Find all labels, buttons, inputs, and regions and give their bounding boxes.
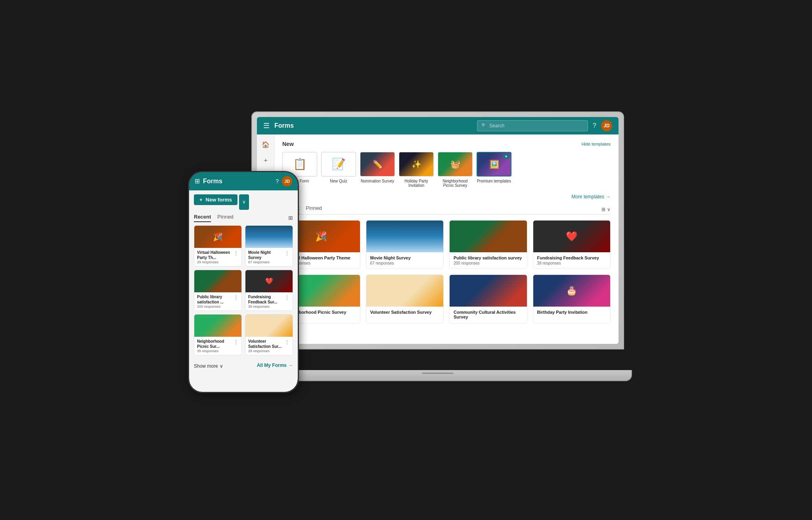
- phone-card-info-library: Public library satisfaction ... 200 resp…: [197, 294, 233, 309]
- phone-card-movie[interactable]: Movie Night Survey 67 responses ⋮: [245, 225, 293, 267]
- laptop-app-title: Forms: [274, 122, 472, 129]
- more-templates-label: More templates: [571, 194, 604, 200]
- phone-card-menu-volunteer[interactable]: ⋮: [284, 339, 290, 345]
- new-quiz-label: New Quiz: [330, 179, 347, 183]
- form-card-birthday[interactable]: 🎂 Birthday Party Invitation: [533, 274, 611, 324]
- form-title-volunteer: Volunteer Satisfaction Survey: [370, 310, 440, 315]
- laptop-main: 🏠 ＋ 📈 New Hide templates: [257, 134, 619, 344]
- phone-card-menu-library[interactable]: ⋮: [233, 294, 239, 301]
- phone-card-info-fundraising: Fundraising Feedback Sur... 39 responses: [248, 294, 284, 309]
- arrow-right-icon: →: [288, 363, 293, 368]
- form-card-library[interactable]: Public library satisfaction survey 200 r…: [449, 220, 527, 269]
- menu-icon[interactable]: ☰: [263, 121, 270, 130]
- laptop-search-box[interactable]: 🔍 Search: [477, 120, 588, 131]
- phone-new-dropdown-button[interactable]: ∨: [239, 194, 249, 210]
- phone-card-library[interactable]: Public library satisfaction ... 200 resp…: [194, 270, 242, 311]
- phone-form-responses-halloween: 29 responses: [197, 260, 233, 264]
- phone-header-icons: ? JD: [276, 176, 292, 186]
- show-more-label: Show more: [194, 363, 218, 369]
- birthday-art: 🎂: [566, 286, 577, 296]
- phone-form-responses-library: 200 responses: [197, 305, 233, 309]
- new-forms-label: New forms: [206, 197, 232, 203]
- nomination-icon-box: ✏️: [360, 152, 395, 177]
- all-my-forms-link[interactable]: All My Forms →: [257, 363, 293, 368]
- phone-card-menu-movie[interactable]: ⋮: [284, 250, 290, 256]
- phone-screen: ⊞ Forms ? JD + New forms ∨: [189, 172, 298, 392]
- form-title-community: Community Cultural Activities Survey: [454, 310, 523, 319]
- nomination-art-icon: ✏️: [373, 159, 383, 169]
- phone-card-volunteer[interactable]: Volunteer Satisfaction Sur... 28 respons…: [245, 314, 293, 355]
- phone-card-menu-picnic[interactable]: ⋮: [233, 339, 239, 345]
- header-icons: ? JD: [593, 120, 612, 131]
- form-responses-movie: 67 responses: [370, 261, 440, 265]
- form-card-body-fundraising: Fundraising Feedback Survey 39 responses: [533, 252, 611, 269]
- forms-grid: 🎉 Virtual Halloween Party Theme 29 respo…: [282, 220, 611, 324]
- hide-templates-button[interactable]: Hide templates: [582, 142, 611, 146]
- template-nomination[interactable]: ✏️ Nomination Survey: [360, 152, 395, 188]
- halloween-art: 🎉: [315, 231, 327, 242]
- form-card-body-library: Public library satisfaction survey 200 r…: [450, 252, 527, 269]
- laptop-body: ☰ Forms 🔍 Search ? JD 🏠: [251, 111, 624, 349]
- template-neighborhood[interactable]: 🧺 Neighborhood Picnic Survey: [438, 152, 473, 188]
- phone-heart-art: ❤️: [265, 277, 273, 285]
- phone-help-icon[interactable]: ?: [276, 178, 279, 184]
- template-new-quiz[interactable]: 📝 New Quiz: [321, 152, 356, 188]
- form-card-img-fundraising: ❤️: [533, 221, 611, 252]
- phone-card-body-movie: Movie Night Survey 67 responses ⋮: [245, 248, 293, 266]
- neighborhood-art-icon: 🧺: [450, 159, 460, 169]
- phone-card-picnic[interactable]: Neighborhood Picnic Sur... 35 responses …: [194, 314, 242, 355]
- new-quiz-icon-box: 📝: [321, 152, 356, 177]
- template-premium[interactable]: 🖼️ ★ Premium templates: [477, 152, 511, 188]
- tab-pinned[interactable]: Pinned: [306, 205, 322, 214]
- phone-card-menu-halloween[interactable]: ⋮: [233, 250, 239, 256]
- new-section-title: New: [282, 141, 294, 147]
- view-toggle[interactable]: ⊞ ∨: [601, 207, 611, 212]
- phone-list-row-2: Public library satisfaction ... 200 resp…: [194, 270, 293, 311]
- sidebar-home-icon[interactable]: 🏠: [259, 138, 272, 151]
- phone-tab-recent[interactable]: Recent: [194, 214, 211, 222]
- phone-card-info-movie: Movie Night Survey 67 responses: [248, 250, 284, 264]
- phone-form-title-library: Public library satisfaction ...: [197, 294, 233, 305]
- phone-card-menu-fundraising[interactable]: ⋮: [284, 294, 290, 301]
- phone-form-title-picnic: Neighborhood Picnic Sur...: [197, 339, 233, 349]
- laptop-header: ☰ Forms 🔍 Search ? JD: [257, 117, 619, 134]
- nomination-label: Nomination Survey: [361, 179, 394, 183]
- phone-form-responses-volunteer: 28 responses: [248, 349, 284, 353]
- phone-form-title-fundraising: Fundraising Feedback Sur...: [248, 294, 284, 305]
- phone-form-title-volunteer: Volunteer Satisfaction Sur...: [248, 339, 284, 349]
- phone-apps-icon[interactable]: ⊞: [195, 177, 200, 185]
- show-more-button[interactable]: Show more ∨: [194, 363, 223, 369]
- phone-tab-pinned[interactable]: Pinned: [217, 214, 233, 222]
- templates-section-header: New Hide templates: [282, 141, 611, 147]
- laptop-base: [243, 370, 632, 381]
- phone-card-body-library: Public library satisfaction ... 200 resp…: [194, 292, 241, 311]
- help-icon[interactable]: ?: [593, 122, 596, 129]
- phone-content: + New forms ∨ Recent Pinned ⊞: [189, 190, 298, 392]
- phone-app-title: Forms: [203, 178, 272, 185]
- phone-card-img-picnic: [194, 315, 241, 337]
- phone-new-forms-button[interactable]: + New forms: [194, 194, 237, 205]
- form-card-fundraising[interactable]: ❤️ Fundraising Feedback Survey 39 respon…: [533, 220, 611, 269]
- scene: ☰ Forms 🔍 Search ? JD 🏠: [188, 111, 624, 409]
- phone-form-responses-movie: 67 responses: [248, 260, 284, 264]
- sidebar-add-icon[interactable]: ＋: [259, 154, 272, 167]
- template-holiday[interactable]: ✨ Holiday Party Invitation: [399, 152, 434, 188]
- phone-card-fundraising[interactable]: ❤️ Fundraising Feedback Sur... 39 respon…: [245, 270, 293, 311]
- form-card-img-movie: [366, 221, 444, 252]
- more-templates-link[interactable]: More templates →: [282, 194, 611, 200]
- form-card-community[interactable]: Community Cultural Activities Survey: [449, 274, 527, 324]
- phone-card-img-halloween: 🎉: [194, 226, 241, 248]
- form-card-volunteer[interactable]: Volunteer Satisfaction Survey: [366, 274, 444, 324]
- phone-card-info-volunteer: Volunteer Satisfaction Sur... 28 respons…: [248, 339, 284, 353]
- phone-avatar[interactable]: JD: [282, 176, 292, 186]
- search-placeholder: Search: [489, 123, 584, 129]
- premium-badge: ★: [503, 154, 509, 159]
- avatar[interactable]: JD: [601, 120, 612, 131]
- laptop: ☰ Forms 🔍 Search ? JD 🏠: [251, 111, 624, 381]
- phone-grid-view-btn[interactable]: ⊞: [288, 215, 293, 221]
- phone-card-halloween[interactable]: 🎉 Virtual Halloween Party Th... 29 respo…: [194, 225, 242, 267]
- form-card-movie[interactable]: Movie Night Survey 67 responses: [366, 220, 444, 269]
- phone-halloween-art: 🎉: [214, 233, 222, 240]
- form-card-img-library: [450, 221, 527, 252]
- chevron-down-icon: ∨: [607, 207, 611, 212]
